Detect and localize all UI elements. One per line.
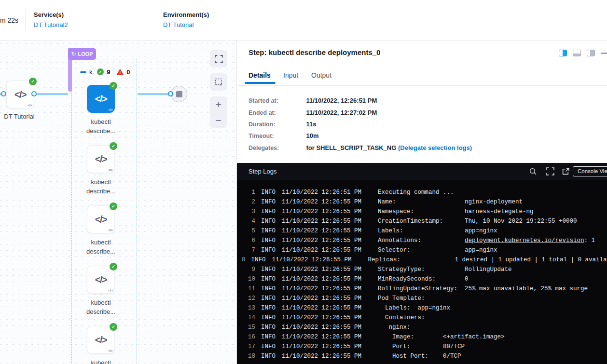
execution-duration: m 22s bbox=[0, 16, 18, 24]
detail-row-duration: Duration: 11s bbox=[248, 121, 316, 128]
step-logs-title: Step Logs bbox=[248, 168, 277, 175]
code-icon: </> bbox=[95, 214, 107, 225]
success-check-icon: ✓ bbox=[110, 142, 117, 150]
log-timestamp: 11/10/2022 12:26:55 PM bbox=[282, 197, 361, 207]
pipeline-end-node[interactable] bbox=[171, 86, 187, 102]
loop-step-node[interactable]: </></>✓ bbox=[87, 85, 115, 113]
log-line-number: 4 bbox=[242, 216, 255, 226]
canvas-fullscreen-button[interactable] bbox=[210, 50, 227, 67]
zoom-in-button[interactable]: + bbox=[216, 100, 221, 109]
log-level: INFO bbox=[261, 207, 276, 216]
log-line-number: 8 bbox=[242, 255, 246, 265]
step-title: Step: kubectl describe deployments_0 bbox=[248, 48, 380, 56]
log-timestamp: 11/10/2022 12:26:55 PM bbox=[282, 351, 361, 361]
log-line: 2INFO11/10/2022 12:26:55 PMName: nginx-d… bbox=[237, 197, 607, 207]
log-line: 1INFO11/10/2022 12:26:51 PMExecuting com… bbox=[237, 188, 607, 197]
tab-input[interactable]: Input bbox=[283, 71, 298, 79]
loop-step-node[interactable]: </></>✓ bbox=[87, 266, 115, 294]
log-timestamp: 11/10/2022 12:26:55 PM bbox=[282, 284, 361, 294]
log-message: Annotations: deployment.kubernetes.io/re… bbox=[378, 236, 595, 245]
log-message: StrategyType: RollingUpdate bbox=[378, 265, 512, 274]
log-line: 10INFO11/10/2022 12:26:55 PMMinReadySeco… bbox=[237, 274, 607, 284]
environment-link[interactable]: DT Tutorial bbox=[163, 21, 209, 28]
execution-header-bar: m 22s Service(s) DT Tutorial2 Environmen… bbox=[0, 0, 607, 40]
log-timestamp: 11/10/2022 12:26:55 PM bbox=[272, 255, 352, 265]
log-message: Labels: app=nginx bbox=[378, 226, 497, 236]
log-line: 3INFO11/10/2022 12:26:55 PMNamespace: ha… bbox=[237, 207, 607, 216]
tab-output[interactable]: Output bbox=[311, 71, 331, 79]
open-in-new-icon[interactable] bbox=[562, 167, 570, 175]
log-level: INFO bbox=[261, 323, 276, 332]
loop-step-label: kubectl bbox=[74, 358, 127, 364]
success-check-icon: ✓ bbox=[110, 323, 117, 331]
detail-row-timeout: Timeout: 10m bbox=[248, 132, 319, 139]
log-line-number: 18 bbox=[242, 351, 255, 361]
count-divider bbox=[113, 67, 113, 77]
loop-step-node[interactable]: </></>✓ bbox=[87, 145, 115, 173]
success-check-icon: ✓ bbox=[110, 202, 117, 210]
step-node-dt-tutorial[interactable]: </> </> ✓ bbox=[6, 81, 34, 108]
loop-step-node[interactable]: </></>✓ bbox=[87, 326, 115, 354]
log-line: 7INFO11/10/2022 12:26:55 PMSelector: app… bbox=[237, 245, 607, 255]
flow-line-end bbox=[138, 94, 171, 94]
canvas-zoom-controls: + − bbox=[210, 96, 227, 128]
environment-field: Environment(s) DT Tutorial bbox=[163, 11, 209, 28]
duration-label: Duration: bbox=[248, 121, 304, 128]
zoom-out-button[interactable]: − bbox=[216, 116, 221, 125]
log-line-number: 13 bbox=[242, 303, 255, 313]
collapse-icon[interactable] bbox=[80, 71, 86, 73]
log-line: 17INFO11/10/2022 12:26:55 PM Port: 80/TC… bbox=[237, 342, 607, 351]
stop-icon bbox=[176, 91, 182, 97]
code-mini-icon: </> bbox=[108, 108, 112, 111]
log-line: 11INFO11/10/2022 12:26:55 PMRollingUpdat… bbox=[237, 284, 607, 294]
tab-details[interactable]: Details bbox=[248, 71, 271, 79]
service-label: Service(s) bbox=[34, 11, 68, 18]
warning-icon: ! bbox=[116, 69, 124, 75]
log-timestamp: 11/10/2022 12:26:55 PM bbox=[282, 303, 361, 313]
connector-dot bbox=[31, 91, 37, 96]
log-message: Image: <+artifact.image> bbox=[378, 332, 505, 342]
flow-line-mid bbox=[34, 94, 68, 94]
console-view-button[interactable]: Console View bbox=[573, 166, 607, 176]
log-level: INFO bbox=[261, 351, 276, 361]
timeout-label: Timeout: bbox=[248, 133, 304, 139]
layout-split-right-icon[interactable] bbox=[559, 50, 567, 56]
log-timestamp: 11/10/2022 12:26:55 PM bbox=[282, 245, 361, 255]
log-level: INFO bbox=[261, 188, 276, 197]
log-annotation-link[interactable]: deployment.kubernetes.io/revision bbox=[465, 237, 584, 244]
loop-icon: ↻ bbox=[71, 51, 76, 57]
log-line-number: 15 bbox=[242, 323, 255, 332]
log-line: 8INFO11/10/2022 12:26:55 PMReplicas: 1 d… bbox=[237, 255, 607, 265]
minimize-icon[interactable] bbox=[601, 53, 607, 54]
log-level: INFO bbox=[261, 294, 276, 303]
log-line: 9INFO11/10/2022 12:26:55 PMStrategyType:… bbox=[237, 265, 607, 274]
log-line-number: 2 bbox=[242, 197, 255, 207]
loop-step-label: kubectldescribe... bbox=[74, 298, 127, 316]
layout-right-icon[interactable] bbox=[587, 50, 595, 56]
log-message: RollingUpdateStrategy: 25% max unavailab… bbox=[378, 284, 588, 294]
pipeline-canvas[interactable]: </> </> ✓ DT Tutorial ↻ LOOP k. ✓ 9 ! 0 … bbox=[0, 40, 236, 364]
search-icon[interactable] bbox=[529, 167, 537, 175]
delegates-value: for SHELL_SCRIPT_TASK_NG bbox=[306, 144, 398, 151]
service-field: Service(s) DT Tutorial2 bbox=[34, 11, 68, 28]
tab-divider bbox=[237, 85, 607, 86]
expand-logs-icon[interactable] bbox=[546, 167, 554, 175]
log-line-number: 3 bbox=[242, 207, 255, 216]
log-message: Executing command ... bbox=[378, 188, 454, 197]
log-message: nginx: bbox=[378, 323, 411, 332]
loop-step-node[interactable]: </></>✓ bbox=[87, 205, 115, 233]
node-label-dt-tutorial: DT Tutorial bbox=[0, 112, 46, 121]
service-link[interactable]: DT Tutorial2 bbox=[34, 21, 68, 28]
harness-execution-view: m 22s Service(s) DT Tutorial2 Environmen… bbox=[0, 0, 607, 364]
layout-bottom-icon[interactable] bbox=[573, 50, 581, 56]
log-level: INFO bbox=[261, 236, 276, 245]
log-timestamp: 11/10/2022 12:26:51 PM bbox=[282, 188, 361, 197]
log-timestamp: 11/10/2022 12:26:55 PM bbox=[282, 207, 361, 216]
timeout-value: 10m bbox=[306, 132, 318, 139]
delegate-selection-logs-link[interactable]: (Delegate selection logs) bbox=[398, 144, 472, 151]
canvas-select-button[interactable] bbox=[210, 73, 227, 91]
detail-row-delegates: Delegates: for SHELL_SCRIPT_TASK_NG (Del… bbox=[248, 144, 472, 151]
log-body[interactable]: 1INFO11/10/2022 12:26:51 PMExecuting com… bbox=[237, 180, 607, 364]
code-mini-icon: </> bbox=[108, 349, 112, 352]
log-line: 16INFO11/10/2022 12:26:55 PM Image: <+ar… bbox=[237, 332, 607, 342]
